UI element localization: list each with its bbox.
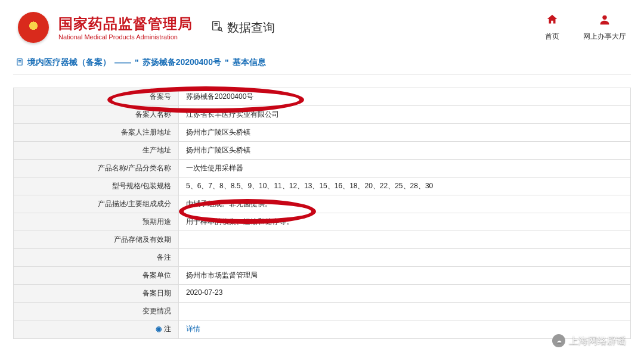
table-row-note: ◉注 详情 [14, 320, 630, 338]
field-label: 产品描述/主要组成成分 [14, 195, 179, 213]
field-label: 备注 [14, 249, 179, 266]
table-row: 备注 [14, 249, 630, 267]
breadcrumb-quote-open: " [135, 58, 139, 67]
field-value: 江苏省长丰医疗实业有限公司 [179, 106, 630, 123]
field-label: 变更情况 [14, 303, 179, 320]
search-doc-icon [210, 20, 224, 36]
breadcrumb-category[interactable]: 境内医疗器械（备案） [27, 57, 111, 68]
field-label: 备案日期 [14, 285, 179, 302]
field-value [179, 303, 630, 320]
svg-point-5 [602, 15, 606, 20]
watermark: ☁ 上海网络辟谣 [552, 334, 626, 347]
table-row: 备案号 苏扬械备20200400号 [14, 88, 630, 106]
field-value: 扬州市广陵区头桥镇 [179, 142, 630, 159]
wechat-icon: ☁ [552, 334, 565, 347]
nav-right: 首页 网上办事大厅 [545, 13, 626, 42]
field-value: 扬州市市场监督管理局 [179, 267, 630, 284]
national-emblem-icon [18, 12, 49, 43]
field-label: 备案人注册地址 [14, 124, 179, 141]
svg-line-4 [221, 30, 222, 31]
field-label: 生产地址 [14, 142, 179, 159]
field-value: 2020-07-23 [179, 285, 630, 302]
breadcrumb-suffix: 基本信息 [233, 57, 266, 68]
field-value: 由拭子组成。非无菌提供。 [179, 195, 630, 213]
table-row: 备案人名称 江苏省长丰医疗实业有限公司 [14, 106, 630, 124]
field-label-note: ◉注 [14, 320, 179, 338]
field-label: 产品存储及有效期 [14, 231, 179, 248]
agency-block: 国家药品监督管理局 National Medical Products Admi… [58, 14, 193, 41]
field-value: 一次性使用采样器 [179, 160, 630, 177]
field-value: 5、6、7、8、8.5、9、10、11、12、13、15、16、18、20、22… [179, 178, 630, 195]
breadcrumb-sep: —— [114, 58, 131, 67]
table-row: 备案日期 2020-07-23 [14, 285, 630, 303]
agency-name-en: National Medical Products Administration [58, 33, 193, 41]
data-query-heading: 数据查询 [210, 20, 275, 36]
field-label: 产品名称/产品分类名称 [14, 160, 179, 177]
field-label: 型号规格/包装规格 [14, 178, 179, 195]
table-row: 产品描述/主要组成成分 由拭子组成。非无菌提供。 [14, 195, 630, 213]
breadcrumb-record-no: 苏扬械备20200400号 [143, 57, 221, 68]
field-label: 备案人名称 [14, 106, 179, 123]
field-value: 苏扬械备20200400号 [179, 88, 630, 105]
field-value [179, 249, 630, 266]
page-header: 国家药品监督管理局 National Medical Products Admi… [0, 0, 644, 49]
nav-home[interactable]: 首页 [545, 13, 559, 42]
home-icon [546, 13, 559, 29]
table-row: 变更情况 [14, 303, 630, 320]
field-label: 备案单位 [14, 267, 179, 284]
svg-point-3 [218, 27, 222, 30]
user-icon [598, 13, 611, 29]
info-icon: ◉ [156, 325, 162, 333]
table-row: 备案人注册地址 扬州市广陵区头桥镇 [14, 124, 630, 142]
watermark-text: 上海网络辟谣 [569, 335, 626, 347]
data-query-label: 数据查询 [227, 20, 275, 36]
document-icon [16, 58, 24, 68]
nav-service-hall[interactable]: 网上办事大厅 [583, 13, 626, 42]
table-row: 产品名称/产品分类名称 一次性使用采样器 [14, 160, 630, 178]
field-label: 备案号 [14, 88, 179, 105]
main-content: 境内医疗器械（备案） —— "苏扬械备20200400号" 基本信息 备案号 苏… [0, 49, 644, 339]
agency-name-cn: 国家药品监督管理局 [58, 14, 193, 33]
detail-link[interactable]: 详情 [186, 325, 200, 333]
table-row: 备案单位 扬州市市场监督管理局 [14, 267, 630, 285]
nav-home-label: 首页 [545, 32, 559, 42]
field-value [179, 231, 630, 248]
record-table: 备案号 苏扬械备20200400号 备案人名称 江苏省长丰医疗实业有限公司 备案… [13, 88, 631, 339]
note-label-text: 注 [164, 325, 171, 333]
field-label: 预期用途 [14, 213, 179, 231]
breadcrumb: 境内医疗器械（备案） —— "苏扬械备20200400号" 基本信息 [13, 49, 631, 74]
breadcrumb-quote-close: " [225, 58, 229, 67]
table-row: 生产地址 扬州市广陵区头桥镇 [14, 142, 630, 160]
table-row: 产品存储及有效期 [14, 231, 630, 249]
table-row: 预期用途 用于样本的收集、运输和储存等。 [14, 213, 630, 231]
field-value: 用于样本的收集、运输和储存等。 [179, 213, 630, 231]
table-row: 型号规格/包装规格 5、6、7、8、8.5、9、10、11、12、13、15、1… [14, 178, 630, 195]
nav-hall-label: 网上办事大厅 [583, 32, 626, 42]
field-value: 扬州市广陵区头桥镇 [179, 124, 630, 141]
